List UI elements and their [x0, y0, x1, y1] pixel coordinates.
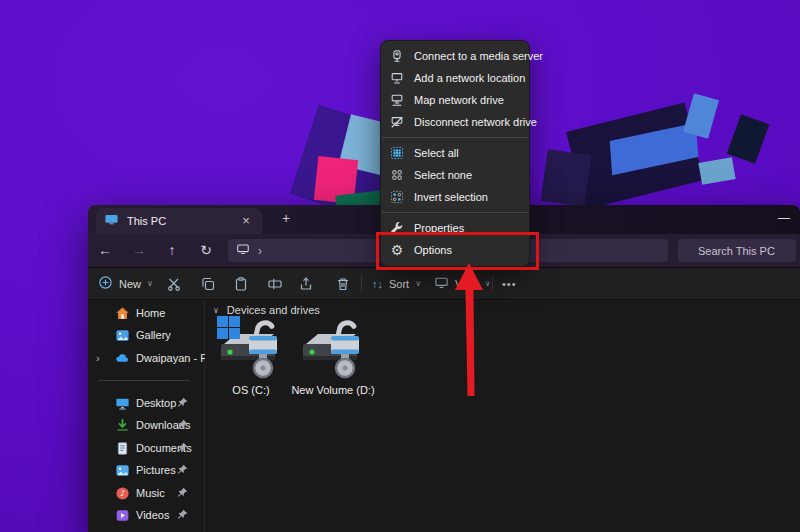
sidebar-item-home[interactable]: Home [88, 302, 205, 324]
share-icon [298, 276, 314, 292]
drive-c-icon [216, 314, 286, 380]
sidebar-item-gallery[interactable]: Gallery [88, 324, 205, 346]
bitlocker-unlocked-padlock [249, 321, 277, 377]
sidebar-item-desktop[interactable]: Desktop [88, 392, 205, 414]
properties-wrench-icon [389, 220, 405, 236]
sidebar-item-music[interactable]: ♪ Music [88, 482, 205, 504]
menu-separator [382, 212, 528, 213]
view-button-label: View [455, 278, 479, 290]
menu-item-label: Select all [414, 147, 459, 159]
wallpaper-shape [698, 157, 735, 185]
map-network-drive-icon [389, 92, 405, 108]
network-location-icon [389, 70, 405, 86]
new-button[interactable]: New ∨ [98, 268, 153, 299]
search-input[interactable]: Search This PC [678, 239, 796, 262]
documents-icon [114, 440, 130, 456]
search-placeholder: Search This PC [698, 245, 775, 257]
toolbar-divider [361, 276, 362, 291]
sidebar-item-pictures[interactable]: Pictures [88, 459, 205, 481]
pin-icon [176, 463, 190, 477]
sort-button-label: Sort [389, 278, 409, 290]
forward-button[interactable]: → [127, 238, 151, 262]
sidebar-item-documents[interactable]: Documents [88, 437, 205, 459]
pin-icon [176, 441, 190, 455]
sidebar-item-onedrive[interactable]: › Dwaipayan - Per [88, 347, 205, 369]
menu-item-invert-selection[interactable]: Invert selection [381, 186, 529, 208]
menu-item-label: Connect to a media server [414, 50, 543, 62]
windows-logo [217, 316, 240, 339]
command-bar: New ∨ ↑↓ Sort ∨ View [88, 267, 800, 299]
menu-item-map-network-drive[interactable]: Map network drive [381, 89, 529, 111]
see-more-dropdown-menu: Connect to a media server Add a network … [380, 40, 530, 267]
videos-icon [114, 507, 130, 523]
pin-icon [176, 418, 190, 432]
chevron-down-icon: ∨ [485, 279, 491, 288]
drive-label: New Volume (D:) [285, 384, 381, 396]
menu-item-label: Invert selection [414, 191, 488, 203]
options-gear-icon: ⚙ [389, 242, 405, 258]
copy-button[interactable] [200, 268, 216, 299]
music-icon: ♪ [114, 485, 130, 501]
sidebar-item-downloads[interactable]: Downloads [88, 414, 205, 436]
new-tab-button[interactable]: + [277, 210, 295, 226]
onedrive-cloud-icon [114, 350, 130, 366]
refresh-button[interactable]: ↻ [194, 238, 218, 262]
content-area: ∨ Devices and drives [205, 300, 800, 532]
desktop-icon [114, 395, 130, 411]
desktop: { "colors": { "desktop_purple": "#5c0cc4… [0, 0, 800, 532]
pin-icon [176, 396, 190, 410]
menu-item-label: Disconnect network drive [414, 116, 537, 128]
tab-this-pc[interactable]: This PC × [96, 208, 262, 234]
copy-icon [200, 276, 216, 292]
chevron-down-icon: ∨ [147, 279, 153, 288]
sidebar-item-videos[interactable]: Videos [88, 504, 205, 526]
up-button[interactable]: ↑ [160, 238, 184, 262]
rename-icon [267, 276, 283, 292]
paste-button[interactable] [233, 268, 249, 299]
drive-label: OS (C:) [209, 384, 293, 396]
select-none-icon [389, 167, 405, 183]
menu-item-add-network-location[interactable]: Add a network location [381, 67, 529, 89]
circle-plus-icon [98, 275, 113, 292]
toolbar-divider [492, 276, 493, 291]
tab-close-icon[interactable]: × [238, 213, 254, 229]
menu-item-properties[interactable]: Properties [381, 217, 529, 239]
more-options-button[interactable]: ••• [502, 268, 517, 299]
window-body: Home Gallery › Dwaipayan - Per [88, 299, 800, 532]
sidebar-item-label: Gallery [136, 329, 205, 341]
menu-item-connect-media-server[interactable]: Connect to a media server [381, 45, 529, 67]
view-button[interactable]: View ∨ [434, 268, 491, 299]
wallpaper-shape [683, 93, 719, 139]
sidebar-item-label: Home [136, 307, 205, 319]
drive-new-volume-d[interactable]: New Volume (D:) [285, 314, 381, 396]
sort-button[interactable]: ↑↓ Sort ∨ [372, 268, 421, 299]
delete-button[interactable] [335, 268, 351, 299]
menu-item-select-all[interactable]: Select all [381, 142, 529, 164]
media-server-icon [389, 48, 405, 64]
invert-selection-icon [389, 189, 405, 205]
sidebar-item-label: Music [136, 487, 205, 499]
share-button[interactable] [298, 268, 314, 299]
menu-item-disconnect-network-drive[interactable]: Disconnect network drive [381, 111, 529, 133]
cut-button[interactable] [166, 268, 182, 299]
back-button[interactable]: ← [93, 238, 117, 262]
pin-icon [176, 508, 190, 522]
pictures-icon [114, 462, 130, 478]
menu-item-select-none[interactable]: Select none [381, 164, 529, 186]
disconnect-network-drive-icon [389, 114, 405, 130]
breadcrumb-chevron-icon: › [258, 244, 262, 258]
menu-item-options[interactable]: ⚙ Options [381, 239, 529, 261]
rename-button[interactable] [267, 268, 283, 299]
sidebar-item-label: Pictures [136, 464, 205, 476]
wallpaper-shape [541, 149, 592, 207]
sort-icon: ↑↓ [372, 278, 383, 290]
drive-os-c[interactable]: OS (C:) [209, 314, 293, 396]
chevron-down-icon: ∨ [415, 279, 421, 288]
menu-item-label: Options [414, 244, 452, 256]
sidebar-item-label: Videos [136, 509, 205, 521]
drive-d-icon [298, 314, 368, 380]
minimize-button[interactable]: — [778, 211, 790, 225]
svg-text:♪: ♪ [119, 489, 124, 498]
new-button-label: New [119, 278, 141, 290]
expand-chevron-icon[interactable]: › [96, 352, 100, 364]
